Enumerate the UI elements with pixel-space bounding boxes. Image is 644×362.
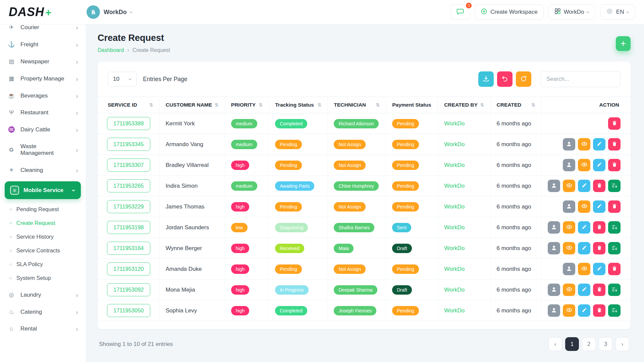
sidebar-item-rental[interactable]: ⌂Rental› [0, 320, 86, 337]
edit-action-button[interactable] [578, 221, 590, 234]
edit-action-button[interactable] [593, 138, 605, 150]
app-logo[interactable]: DASH + [9, 5, 87, 19]
user-action-button[interactable] [563, 159, 575, 171]
created-by-link[interactable]: WorkDo [444, 224, 465, 231]
eye-action-button[interactable] [578, 159, 590, 171]
eye-action-button[interactable] [563, 221, 575, 234]
create-workspace-button[interactable]: Create Workspace [475, 4, 543, 20]
sidebar-subitem-service-history[interactable]: ○Service History [0, 230, 86, 244]
column-header-technician[interactable]: TECHNICIAN⇅ [328, 97, 386, 113]
reset-button[interactable] [497, 71, 513, 87]
account-menu-button[interactable]: WorkDo › [548, 4, 595, 20]
edit-action-button[interactable] [578, 242, 590, 254]
user-action-button[interactable] [548, 284, 560, 296]
sidebar-subitem-pending-request[interactable]: ○Pending Request [0, 202, 86, 216]
sidebar-subitem-sla-policy[interactable]: ○SLA Policy [0, 257, 86, 271]
convert-action-button[interactable] [608, 284, 621, 296]
page-button-2[interactable]: 2 [582, 337, 596, 351]
eye-action-button[interactable] [563, 284, 575, 296]
next-page-button[interactable]: › [615, 337, 629, 351]
edit-action-button[interactable] [593, 159, 605, 171]
service-id-link[interactable]: 1711953307 [107, 159, 150, 172]
sidebar-item-laundry[interactable]: ◎Laundry› [0, 286, 86, 303]
refresh-button[interactable] [516, 71, 531, 87]
column-header-customer-name[interactable]: CUSTOMER NAME⇅ [159, 97, 225, 113]
created-by-link[interactable]: WorkDo [444, 183, 465, 189]
prev-page-button[interactable]: ‹ [548, 337, 562, 351]
created-by-link[interactable]: WorkDo [444, 307, 465, 314]
created-by-link[interactable]: WorkDo [444, 141, 465, 147]
edit-action-button[interactable] [593, 200, 605, 213]
service-id-link[interactable]: 1711953092 [107, 283, 150, 296]
delete-action-button[interactable] [608, 263, 621, 275]
delete-action-button[interactable] [593, 304, 605, 317]
column-header-priority[interactable]: PRIORITY⇅ [225, 97, 269, 113]
messages-button[interactable]: 0 [450, 4, 470, 20]
created-by-link[interactable]: WorkDo [444, 266, 465, 272]
user-action-button[interactable] [563, 263, 575, 275]
service-id-link[interactable]: 1711953050 [107, 304, 150, 317]
service-id-link[interactable]: 1711953265 [107, 179, 150, 192]
user-action-button[interactable] [548, 221, 560, 234]
page-button-3[interactable]: 3 [599, 337, 612, 351]
search-input[interactable] [541, 71, 621, 87]
breadcrumb-dashboard-link[interactable]: Dashboard [98, 47, 124, 53]
delete-action-button[interactable] [593, 242, 605, 254]
column-header-created-by[interactable]: CREATED BY⇅ [438, 97, 490, 113]
edit-action-button[interactable] [578, 284, 590, 296]
sidebar-subitem-service-contracts[interactable]: ○Service Contracts [0, 244, 86, 257]
service-id-link[interactable]: 1711953164 [107, 242, 150, 255]
column-header-created[interactable]: CREATED⇅ [490, 97, 541, 113]
eye-action-button[interactable] [563, 304, 575, 317]
delete-action-button[interactable] [608, 138, 621, 150]
service-id-link[interactable]: 1711953120 [107, 262, 150, 276]
sidebar-item-catering[interactable]: ♨Catering› [0, 303, 86, 320]
language-selector[interactable]: EN › [600, 4, 635, 20]
delete-action-button[interactable] [593, 180, 605, 192]
eye-action-button[interactable] [563, 180, 575, 192]
edit-action-button[interactable] [593, 263, 605, 275]
convert-action-button[interactable] [608, 221, 621, 234]
sidebar-item-waste-management[interactable]: ♻Waste Management› [0, 138, 86, 162]
sidebar-item-mobile-service[interactable]: ≡Mobile Service› [5, 181, 81, 199]
created-by-link[interactable]: WorkDo [444, 120, 465, 127]
column-header-service-id[interactable]: SERVICE ID⇅ [98, 97, 159, 113]
eye-action-button[interactable] [563, 242, 575, 254]
delete-action-button[interactable] [593, 221, 605, 234]
column-header-tracking-status[interactable]: Tracking Status⇅ [269, 97, 328, 113]
workspace-selector[interactable]: WorkDo › [87, 5, 132, 19]
service-id-link[interactable]: 1711953229 [107, 200, 150, 213]
user-action-button[interactable] [548, 242, 560, 254]
user-action-button[interactable] [563, 200, 575, 213]
delete-action-button[interactable] [593, 284, 605, 296]
sidebar-item-cleaning[interactable]: ☀Cleaning› [0, 162, 86, 179]
sidebar-item-beverages[interactable]: ☕Beverages› [0, 87, 86, 104]
user-action-button[interactable] [548, 180, 560, 192]
service-id-link[interactable]: 1711953345 [107, 138, 150, 151]
created-by-link[interactable]: WorkDo [444, 245, 465, 251]
eye-action-button[interactable] [578, 200, 590, 213]
sidebar-item-property-manage[interactable]: ▦Property Manage› [0, 70, 86, 87]
service-id-link[interactable]: 1711953198 [107, 221, 150, 234]
entries-per-page-select[interactable]: 10 › [108, 72, 137, 86]
created-by-link[interactable]: WorkDo [444, 162, 465, 168]
convert-action-button[interactable] [608, 180, 621, 192]
page-button-1[interactable]: 1 [565, 337, 579, 351]
delete-action-button[interactable] [608, 159, 621, 171]
created-by-link[interactable]: WorkDo [444, 287, 465, 293]
eye-action-button[interactable] [578, 138, 590, 150]
sidebar-subitem-system-setup[interactable]: ○System Setup [0, 271, 86, 285]
sidebar-item-newspaper[interactable]: ▤Newspaper› [0, 53, 86, 70]
convert-action-button[interactable] [608, 304, 621, 317]
user-action-button[interactable] [563, 138, 575, 150]
add-request-button[interactable]: + [616, 36, 631, 51]
eye-action-button[interactable] [578, 263, 590, 275]
created-by-link[interactable]: WorkDo [444, 203, 465, 210]
user-action-button[interactable] [548, 304, 560, 317]
download-button[interactable] [478, 71, 494, 87]
delete-action-button[interactable] [608, 200, 621, 213]
sidebar-item-courier[interactable]: ✈Courier› [0, 24, 86, 36]
sidebar-item-restaurant[interactable]: ΨRestaurant› [0, 104, 86, 121]
sidebar-subitem-create-request[interactable]: ○Create Request [0, 216, 86, 230]
edit-action-button[interactable] [578, 304, 590, 317]
